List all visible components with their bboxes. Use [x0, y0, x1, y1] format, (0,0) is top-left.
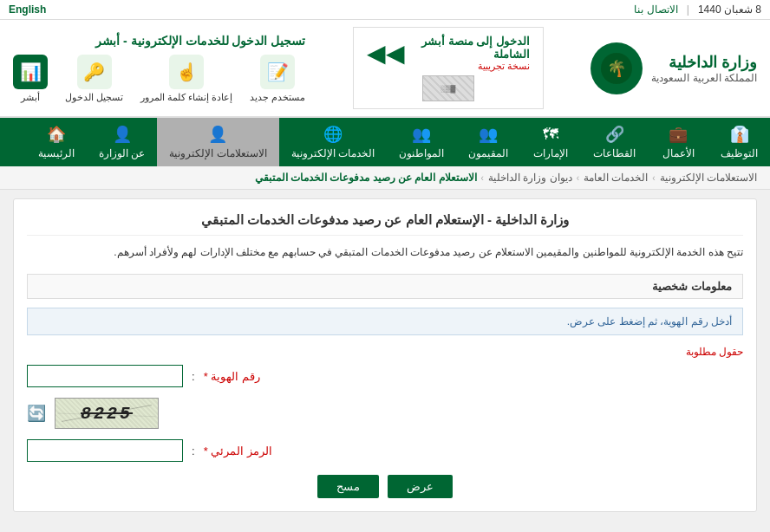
- business-icon: 💼: [669, 125, 688, 144]
- residents-icon: 👥: [479, 125, 498, 144]
- breadcrumb-item-2[interactable]: ديوان وزارة الداخلية: [488, 172, 572, 184]
- ministry-logo: وزارة الداخلية المملكة العربية السعودية …: [591, 42, 757, 94]
- top-bar: 8 شعبان 1440 | الاتصال بنا English: [0, 0, 770, 20]
- visual-code-row: الرمز المرئي * :: [27, 439, 743, 462]
- nav-label-residents: المقيمون: [468, 147, 508, 159]
- nav-label-business: الأعمال: [662, 147, 695, 159]
- absher-banner-title: الدخول إلى منصة أبشر الشاملة: [412, 35, 530, 61]
- absher-banner-sub: نسخة تجريبية: [412, 61, 530, 72]
- breadcrumb-sep-2: ›: [481, 173, 484, 183]
- employment-icon: 👔: [730, 125, 749, 144]
- absher-icon: 📊: [13, 55, 48, 89]
- login-icon-reset-password[interactable]: ☝ إعادة إنشاء كلمة المرور: [140, 55, 232, 103]
- absher-label: أبشر: [21, 92, 40, 103]
- nav-bar: 👔 التوظيف 💼 الأعمال 🔗 القطاعات 🗺 الإمارا…: [0, 118, 770, 166]
- divider: |: [687, 3, 689, 16]
- captcha-colon: :: [192, 444, 195, 457]
- svg-text:🌴: 🌴: [607, 59, 627, 78]
- nav-item-home[interactable]: 🏠 الرئيسية: [26, 118, 87, 166]
- captcha-row: 8225 🔄: [27, 398, 743, 429]
- ministry-emblem: 🌴: [591, 42, 643, 94]
- breadcrumb: الاستعلامات الإلكترونية › الخدمات العامة…: [0, 166, 770, 190]
- login-icon-signin[interactable]: 🔑 تسجيل الدخول: [65, 55, 123, 103]
- login-icon-new-user[interactable]: 📝 مستخدم جديد: [250, 55, 305, 103]
- nav-item-about[interactable]: 👤 عن الوزارة: [87, 118, 157, 166]
- id-number-input[interactable]: [27, 365, 183, 387]
- eservices-icon: 🌐: [323, 125, 343, 144]
- nav-label-inquiries: الاستعلامات الإلكترونية: [169, 147, 266, 159]
- login-panel: وزارة الداخلية المملكة العربية السعودية …: [0, 20, 770, 118]
- nav-item-emirates[interactable]: 🗺 الإمارات: [520, 118, 581, 166]
- new-user-icon: 📝: [260, 55, 295, 89]
- nav-item-inquiries[interactable]: 👤 الاستعلامات الإلكترونية: [157, 118, 278, 166]
- reset-password-icon: ☝: [169, 55, 204, 89]
- ministry-text: وزارة الداخلية المملكة العربية السعودية: [651, 53, 757, 84]
- login-icons: 📝 مستخدم جديد ☝ إعادة إنشاء كلمة المرور …: [13, 55, 305, 103]
- main-content: وزارة الداخلية - الإستعلام العام عن رصيد…: [13, 198, 757, 512]
- nav-label-citizens: المواطنون: [399, 147, 444, 159]
- nav-item-sectors[interactable]: 🔗 القطاعات: [581, 118, 648, 166]
- id-number-label: رقم الهوية *: [204, 370, 260, 383]
- id-colon: :: [192, 370, 195, 383]
- id-number-row: رقم الهوية * :: [27, 365, 743, 387]
- breadcrumb-current: الاستعلام العام عن رصيد مدفوعات الخدمات …: [255, 172, 477, 184]
- signin-label: تسجيل الدخول: [65, 92, 123, 103]
- about-icon: 👤: [113, 125, 132, 144]
- absher-banner[interactable]: الدخول إلى منصة أبشر الشاملة نسخة تجريبي…: [353, 27, 544, 109]
- emirates-icon: 🗺: [543, 126, 558, 144]
- nav-item-business[interactable]: 💼 الأعمال: [648, 118, 708, 166]
- ministry-name: وزارة الداخلية: [651, 53, 757, 72]
- section-header: معلومات شخصية: [27, 274, 743, 299]
- sectors-icon: 🔗: [605, 125, 624, 144]
- home-icon: 🏠: [47, 125, 66, 144]
- nav-label-sectors: القطاعات: [593, 147, 636, 159]
- new-user-label: مستخدم جديد: [250, 92, 305, 103]
- nav-item-residents[interactable]: 👥 المقيمون: [456, 118, 520, 166]
- login-panel-middle: الدخول إلى منصة أبشر الشاملة نسخة تجريبي…: [353, 27, 544, 109]
- date-text: 8 شعبان 1440: [698, 3, 761, 16]
- nav-label-about: عن الوزارة: [99, 147, 145, 159]
- nav-item-employment[interactable]: 👔 التوظيف: [708, 118, 770, 166]
- button-row: عرض مسح: [27, 475, 743, 498]
- nav-label-home: الرئيسية: [38, 147, 75, 159]
- captcha-image: 8225: [55, 398, 159, 429]
- login-panel-title: تسجيل الدخول للخدمات الإلكترونية - أبشر: [13, 34, 305, 48]
- nav-label-emirates: الإمارات: [533, 147, 568, 159]
- required-note: حقول مطلوبة: [27, 346, 743, 358]
- login-section: تسجيل الدخول للخدمات الإلكترونية - أبشر …: [13, 34, 305, 103]
- top-bar-left: 8 شعبان 1440 | الاتصال بنا: [634, 3, 761, 16]
- breadcrumb-item-0[interactable]: الاستعلامات الإلكترونية: [660, 172, 757, 184]
- lang-switch[interactable]: English: [9, 3, 46, 16]
- citizens-icon: 👥: [412, 125, 431, 144]
- ministry-sub: المملكة العربية السعودية: [651, 72, 757, 84]
- display-button[interactable]: عرض: [388, 475, 453, 498]
- nav-item-citizens[interactable]: 👥 المواطنون: [387, 118, 456, 166]
- breadcrumb-sep-1: ›: [577, 173, 579, 183]
- captcha-input[interactable]: [27, 439, 183, 462]
- nav-label-eservices: الخدمات الإلكترونية: [291, 147, 375, 159]
- breadcrumb-item-1[interactable]: الخدمات العامة: [584, 172, 648, 184]
- absher-banner-icon: ◀◀: [367, 39, 405, 68]
- signin-icon: 🔑: [77, 55, 112, 89]
- nav-label-employment: التوظيف: [721, 147, 758, 159]
- page-description: تتيح هذه الخدمة الإلكترونية للمواطنين وا…: [27, 244, 743, 261]
- nav-item-eservices[interactable]: 🌐 الخدمات الإلكترونية: [279, 118, 387, 166]
- reset-password-label: إعادة إنشاء كلمة المرور: [140, 92, 232, 103]
- inquiries-icon: 👤: [208, 125, 227, 144]
- form-section: رقم الهوية * : 8225 🔄 الرمز المرئي *: [27, 365, 743, 498]
- clear-button[interactable]: مسح: [317, 475, 379, 498]
- breadcrumb-sep-0: ›: [652, 173, 655, 183]
- page-title: وزارة الداخلية - الإستعلام العام عن رصيد…: [27, 212, 743, 236]
- login-icon-absher[interactable]: 📊 أبشر: [13, 55, 48, 103]
- captcha-refresh-button[interactable]: 🔄: [27, 404, 46, 423]
- hint-box: أدخل رقم الهوية، ثم إضغط على عرض.: [27, 308, 743, 335]
- visual-code-label: الرمز المرئي *: [204, 444, 272, 457]
- contact-link[interactable]: الاتصال بنا: [634, 3, 677, 16]
